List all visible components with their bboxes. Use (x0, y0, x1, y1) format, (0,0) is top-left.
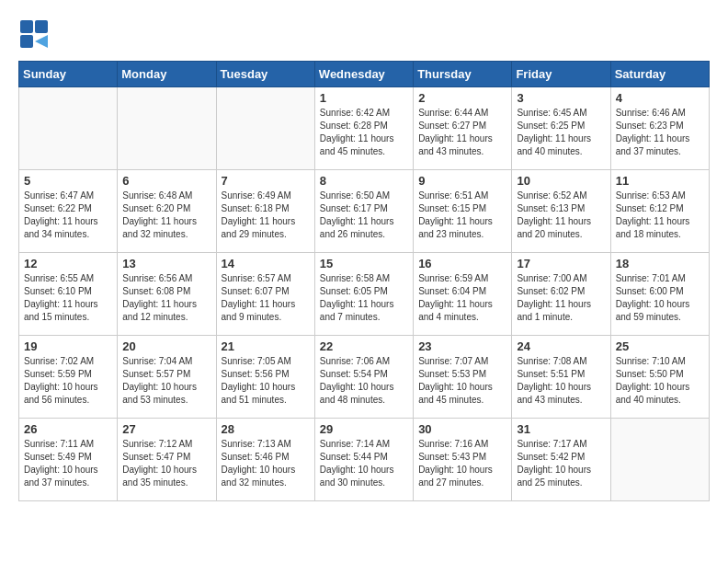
day-info: Sunrise: 6:47 AM Sunset: 6:22 PM Dayligh… (24, 190, 112, 241)
calendar-cell: 2Sunrise: 6:44 AM Sunset: 6:27 PM Daylig… (414, 87, 512, 170)
calendar-cell: 7Sunrise: 6:49 AM Sunset: 6:18 PM Daylig… (216, 170, 314, 253)
weekday-header-saturday: Saturday (610, 62, 709, 87)
day-info: Sunrise: 6:53 AM Sunset: 6:12 PM Dayligh… (616, 190, 704, 241)
page-header (18, 18, 710, 52)
day-info: Sunrise: 7:02 AM Sunset: 5:59 PM Dayligh… (24, 355, 112, 407)
day-info: Sunrise: 6:56 AM Sunset: 6:08 PM Dayligh… (122, 272, 210, 324)
calendar-cell: 22Sunrise: 7:06 AM Sunset: 5:54 PM Dayli… (314, 336, 413, 419)
calendar-cell: 6Sunrise: 6:48 AM Sunset: 6:20 PM Daylig… (118, 170, 216, 253)
calendar-cell: 28Sunrise: 7:13 AM Sunset: 5:46 PM Dayli… (216, 419, 314, 501)
calendar-cell: 23Sunrise: 7:07 AM Sunset: 5:53 PM Dayli… (414, 336, 512, 419)
day-info: Sunrise: 6:45 AM Sunset: 6:25 PM Dayligh… (517, 107, 605, 158)
calendar-cell: 20Sunrise: 7:04 AM Sunset: 5:57 PM Dayli… (118, 336, 216, 419)
day-number: 25 (616, 339, 704, 353)
svg-marker-3 (35, 35, 48, 48)
day-info: Sunrise: 6:42 AM Sunset: 6:28 PM Dayligh… (320, 107, 408, 158)
day-info: Sunrise: 7:07 AM Sunset: 5:53 PM Dayligh… (418, 355, 506, 407)
day-info: Sunrise: 6:59 AM Sunset: 6:04 PM Dayligh… (418, 272, 506, 324)
calendar-cell: 21Sunrise: 7:05 AM Sunset: 5:56 PM Dayli… (216, 336, 314, 419)
calendar-cell: 8Sunrise: 6:50 AM Sunset: 6:17 PM Daylig… (314, 170, 413, 253)
day-info: Sunrise: 6:46 AM Sunset: 6:23 PM Dayligh… (616, 107, 704, 158)
calendar-cell (216, 87, 314, 170)
day-info: Sunrise: 6:55 AM Sunset: 6:10 PM Dayligh… (24, 272, 112, 324)
weekday-header-monday: Monday (118, 62, 216, 87)
calendar-cell: 24Sunrise: 7:08 AM Sunset: 5:51 PM Dayli… (512, 336, 610, 419)
day-info: Sunrise: 7:12 AM Sunset: 5:47 PM Dayligh… (122, 438, 210, 489)
day-number: 3 (517, 91, 605, 105)
calendar-cell (610, 419, 709, 501)
day-number: 20 (122, 339, 210, 353)
calendar-cell: 10Sunrise: 6:52 AM Sunset: 6:13 PM Dayli… (512, 170, 610, 253)
day-number: 4 (616, 91, 704, 105)
day-info: Sunrise: 6:58 AM Sunset: 6:05 PM Dayligh… (320, 272, 408, 324)
calendar-cell: 27Sunrise: 7:12 AM Sunset: 5:47 PM Dayli… (118, 419, 216, 501)
day-number: 30 (418, 422, 506, 436)
weekday-header-wednesday: Wednesday (314, 62, 413, 87)
day-number: 5 (24, 174, 112, 188)
day-number: 9 (418, 174, 506, 188)
day-number: 22 (320, 339, 408, 353)
day-info: Sunrise: 7:10 AM Sunset: 5:50 PM Dayligh… (616, 355, 704, 407)
calendar-table: SundayMondayTuesdayWednesdayThursdayFrid… (18, 61, 710, 501)
calendar-cell: 25Sunrise: 7:10 AM Sunset: 5:50 PM Dayli… (610, 336, 709, 419)
calendar-cell: 11Sunrise: 6:53 AM Sunset: 6:12 PM Dayli… (610, 170, 709, 253)
calendar-cell: 26Sunrise: 7:11 AM Sunset: 5:49 PM Dayli… (19, 419, 118, 501)
calendar-cell: 19Sunrise: 7:02 AM Sunset: 5:59 PM Dayli… (19, 336, 118, 419)
day-number: 8 (320, 174, 408, 188)
calendar-cell: 4Sunrise: 6:46 AM Sunset: 6:23 PM Daylig… (610, 87, 709, 170)
day-info: Sunrise: 6:51 AM Sunset: 6:15 PM Dayligh… (418, 190, 506, 241)
day-info: Sunrise: 6:52 AM Sunset: 6:13 PM Dayligh… (517, 190, 605, 241)
calendar-cell: 5Sunrise: 6:47 AM Sunset: 6:22 PM Daylig… (19, 170, 118, 253)
day-number: 23 (418, 339, 506, 353)
day-number: 7 (222, 174, 310, 188)
day-number: 17 (517, 257, 605, 270)
day-info: Sunrise: 7:06 AM Sunset: 5:54 PM Dayligh… (320, 355, 408, 407)
calendar-cell: 13Sunrise: 6:56 AM Sunset: 6:08 PM Dayli… (118, 253, 216, 336)
day-number: 1 (320, 91, 408, 105)
day-info: Sunrise: 7:13 AM Sunset: 5:46 PM Dayligh… (222, 438, 310, 489)
calendar-cell: 12Sunrise: 6:55 AM Sunset: 6:10 PM Dayli… (19, 253, 118, 336)
day-info: Sunrise: 6:57 AM Sunset: 6:07 PM Dayligh… (222, 272, 310, 324)
day-info: Sunrise: 7:17 AM Sunset: 5:42 PM Dayligh… (517, 438, 605, 489)
calendar-cell: 17Sunrise: 7:00 AM Sunset: 6:02 PM Dayli… (512, 253, 610, 336)
day-number: 19 (24, 339, 112, 353)
calendar-week-row: 5Sunrise: 6:47 AM Sunset: 6:22 PM Daylig… (19, 170, 710, 253)
calendar-week-row: 19Sunrise: 7:02 AM Sunset: 5:59 PM Dayli… (19, 336, 710, 419)
day-number: 10 (517, 174, 605, 188)
day-info: Sunrise: 6:50 AM Sunset: 6:17 PM Dayligh… (320, 190, 408, 241)
day-info: Sunrise: 7:05 AM Sunset: 5:56 PM Dayligh… (222, 355, 310, 407)
svg-rect-1 (35, 20, 48, 33)
day-info: Sunrise: 6:49 AM Sunset: 6:18 PM Dayligh… (222, 190, 310, 241)
logo (18, 18, 55, 52)
day-number: 2 (418, 91, 506, 105)
weekday-header-friday: Friday (512, 62, 610, 87)
day-number: 21 (222, 339, 310, 353)
calendar-cell: 15Sunrise: 6:58 AM Sunset: 6:05 PM Dayli… (314, 253, 413, 336)
day-info: Sunrise: 6:48 AM Sunset: 6:20 PM Dayligh… (122, 190, 210, 241)
day-number: 6 (122, 174, 210, 188)
calendar-week-row: 26Sunrise: 7:11 AM Sunset: 5:49 PM Dayli… (19, 419, 710, 501)
calendar-cell: 3Sunrise: 6:45 AM Sunset: 6:25 PM Daylig… (512, 87, 610, 170)
calendar-cell (118, 87, 216, 170)
day-number: 16 (418, 257, 506, 270)
calendar-cell: 29Sunrise: 7:14 AM Sunset: 5:44 PM Dayli… (314, 419, 413, 501)
calendar-cell: 18Sunrise: 7:01 AM Sunset: 6:00 PM Dayli… (610, 253, 709, 336)
day-info: Sunrise: 7:11 AM Sunset: 5:49 PM Dayligh… (24, 438, 112, 489)
day-number: 27 (122, 422, 210, 436)
day-number: 24 (517, 339, 605, 353)
day-info: Sunrise: 6:44 AM Sunset: 6:27 PM Dayligh… (418, 107, 506, 158)
day-info: Sunrise: 7:16 AM Sunset: 5:43 PM Dayligh… (418, 438, 506, 489)
weekday-header-thursday: Thursday (414, 62, 512, 87)
day-number: 13 (122, 257, 210, 270)
day-info: Sunrise: 7:00 AM Sunset: 6:02 PM Dayligh… (517, 272, 605, 324)
weekday-header-tuesday: Tuesday (216, 62, 314, 87)
calendar-cell (19, 87, 118, 170)
day-number: 29 (320, 422, 408, 436)
logo-icon (18, 18, 51, 52)
day-number: 26 (24, 422, 112, 436)
calendar-cell: 16Sunrise: 6:59 AM Sunset: 6:04 PM Dayli… (414, 253, 512, 336)
day-number: 14 (222, 257, 310, 270)
day-number: 12 (24, 257, 112, 270)
day-number: 28 (222, 422, 310, 436)
calendar-week-row: 1Sunrise: 6:42 AM Sunset: 6:28 PM Daylig… (19, 87, 710, 170)
